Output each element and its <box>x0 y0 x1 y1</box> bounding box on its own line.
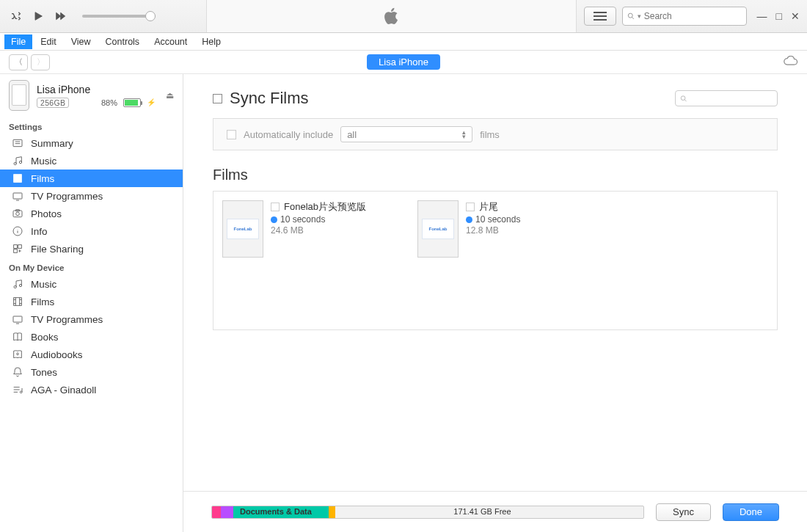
books-icon <box>12 331 23 343</box>
sidebar-item-label: Info <box>31 226 48 237</box>
sidebar-item-summary[interactable]: Summary <box>0 134 183 152</box>
films-heading: Films <box>213 167 778 183</box>
battery-percent: 88% <box>101 98 117 107</box>
film-thumbnail: FoneLab <box>222 200 263 258</box>
menu-view[interactable]: View <box>65 34 98 49</box>
menu-file[interactable]: File <box>4 34 32 49</box>
menu-edit[interactable]: Edit <box>34 34 63 49</box>
sidebar-item-info[interactable]: Info <box>0 222 183 240</box>
svg-rect-16 <box>13 316 22 322</box>
sidebar-item-label: Tones <box>31 367 57 378</box>
photos-icon <box>12 208 23 219</box>
sidebar-item-films[interactable]: Films <box>0 170 183 187</box>
film-title: Fonelab片头预览版 <box>284 200 366 214</box>
shuffle-icon[interactable] <box>10 10 22 22</box>
view-list-button[interactable] <box>584 7 616 26</box>
sidebar-item-file-sharing[interactable]: File Sharing <box>0 240 183 258</box>
film-size: 24.6 MB <box>271 225 366 236</box>
audiobooks-icon <box>12 349 23 360</box>
films-search-box[interactable] <box>675 90 778 106</box>
auto-include-dropdown[interactable]: all ▴▾ <box>340 126 472 142</box>
unwatched-dot-icon <box>466 216 472 223</box>
device-header[interactable]: Lisa iPhone 256GB 88% ⚡ ⏏ <box>0 74 183 117</box>
sidebar-item-label: Films <box>31 296 54 307</box>
unwatched-dot-icon <box>271 216 277 223</box>
volume-slider[interactable] <box>82 15 156 18</box>
sidebar-item-tv[interactable]: TV Programmes <box>0 187 183 205</box>
storage-seg-other <box>329 506 335 518</box>
storage-seg-apps <box>212 506 221 518</box>
sidebar-item-device-audiobooks[interactable]: Audiobooks <box>0 346 183 363</box>
dropdown-value: all <box>347 129 357 140</box>
svg-rect-10 <box>14 245 18 249</box>
sync-films-title: Sync Films <box>230 89 309 108</box>
play-icon[interactable] <box>32 10 44 22</box>
fast-forward-icon[interactable] <box>54 10 66 22</box>
music-icon <box>12 155 23 167</box>
auto-include-checkbox[interactable] <box>227 130 236 139</box>
search-box[interactable]: ▾ <box>622 7 747 26</box>
film-checkbox[interactable] <box>271 203 280 211</box>
svg-point-19 <box>681 95 685 100</box>
sidebar-section-settings: Settings <box>0 120 183 134</box>
film-duration: 10 seconds <box>475 214 520 225</box>
now-playing-display <box>206 0 577 32</box>
nav-back-button[interactable]: 〈 <box>9 54 28 70</box>
sidebar-item-label: Summary <box>31 138 73 149</box>
sidebar-item-device-tv[interactable]: TV Programmes <box>0 310 183 328</box>
film-item[interactable]: FoneLab Fonelab片头预览版 10 seconds 24.6 MB <box>222 200 391 321</box>
close-button[interactable]: ✕ <box>791 10 800 22</box>
maximize-button[interactable]: □ <box>776 10 782 22</box>
menu-account[interactable]: Account <box>147 34 194 49</box>
film-thumbnail: FoneLab <box>417 200 459 258</box>
tv-icon <box>12 313 23 325</box>
storage-free-label: 171.41 GB Free <box>453 507 511 516</box>
svg-rect-12 <box>14 249 18 253</box>
sidebar-item-device-books[interactable]: Books <box>0 328 183 346</box>
films-icon <box>12 172 23 184</box>
sidebar-item-device-music[interactable]: Music <box>0 275 183 293</box>
svg-rect-5 <box>13 193 22 199</box>
menu-help[interactable]: Help <box>195 34 227 49</box>
film-size: 12.8 MB <box>466 225 520 236</box>
device-pill[interactable]: Lisa iPhone <box>367 54 440 70</box>
sidebar-item-device-tones[interactable]: Tones <box>0 363 183 381</box>
sidebar-item-playlist[interactable]: AGA - Ginadoll <box>0 381 183 398</box>
sidebar-item-label: Books <box>31 332 59 343</box>
film-item[interactable]: FoneLab 片尾 10 seconds 12.8 MB <box>417 200 586 321</box>
sidebar-section-on-device: On My Device <box>0 260 183 275</box>
search-icon <box>680 95 687 103</box>
auto-include-row: Automatically include all ▴▾ films <box>213 118 778 150</box>
eject-icon[interactable]: ⏏ <box>166 90 174 101</box>
menu-controls[interactable]: Controls <box>99 34 147 49</box>
svg-rect-6 <box>13 211 22 217</box>
sidebar-item-label: File Sharing <box>31 244 84 255</box>
auto-include-suffix: films <box>480 129 500 140</box>
film-duration: 10 seconds <box>280 214 325 225</box>
tones-icon <box>12 366 23 378</box>
sidebar-item-label: AGA - Ginadoll <box>31 385 96 396</box>
device-name: Lisa iPhone <box>37 84 156 95</box>
sidebar-item-device-films[interactable]: Films <box>0 293 183 310</box>
nav-forward-button[interactable]: 〉 <box>31 54 50 70</box>
sidebar-item-label: Films <box>31 173 54 184</box>
sidebar-item-photos[interactable]: Photos <box>0 205 183 222</box>
storage-bar: Documents & Data 171.41 GB Free <box>211 506 644 519</box>
sidebar-item-label: Audiobooks <box>31 349 83 360</box>
music-icon <box>12 278 23 290</box>
minimize-button[interactable]: — <box>757 10 767 22</box>
cloud-icon[interactable] <box>784 56 798 68</box>
menubar: File Edit View Controls Account Help <box>0 33 807 51</box>
done-button[interactable]: Done <box>723 503 779 521</box>
info-icon <box>12 225 23 237</box>
sync-button[interactable]: Sync <box>656 503 711 521</box>
films-search-input[interactable] <box>690 94 773 103</box>
film-checkbox[interactable] <box>466 203 475 211</box>
list-icon <box>594 12 607 21</box>
sidebar-item-music[interactable]: Music <box>0 152 183 170</box>
sidebar-item-label: Music <box>31 279 56 290</box>
films-list: FoneLab Fonelab片头预览版 10 seconds 24.6 MB <box>213 191 778 330</box>
search-input[interactable] <box>644 11 742 21</box>
sync-films-checkbox[interactable] <box>213 94 222 103</box>
svg-rect-11 <box>18 245 22 249</box>
